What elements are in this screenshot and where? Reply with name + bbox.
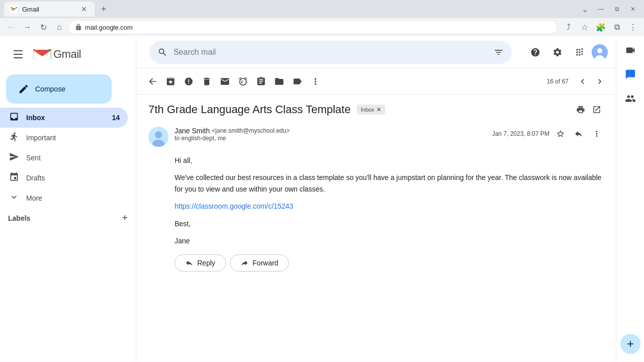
back-to-inbox-button[interactable] (144, 73, 160, 89)
open-in-new-button[interactable] (590, 103, 604, 117)
search-icon (157, 47, 168, 57)
reply-button-header[interactable] (572, 127, 586, 141)
search-filter-icon[interactable] (494, 47, 504, 57)
sender-name: Jane Smith (175, 127, 210, 135)
refresh-button[interactable]: ↻ (36, 20, 50, 34)
search-input[interactable] (174, 48, 488, 57)
tab-dropdown-icon[interactable]: ⌄ (578, 2, 592, 16)
mark-unread-button[interactable] (217, 73, 233, 89)
pagination-nav (575, 73, 608, 89)
email-message: Jane Smith <jane.smith@myschool.edu> to … (148, 127, 604, 246)
back-button[interactable]: ← (4, 20, 18, 34)
pagination-info: 16 of 67 (547, 78, 569, 85)
sidebar-nav: Inbox 14 Important Sent (0, 108, 136, 208)
sidebar-item-more-label: More (26, 194, 120, 202)
labels-add-button[interactable]: + (122, 212, 128, 224)
email-body: Hi all, We've collected our best resourc… (148, 155, 604, 246)
inbox-badge-text: Inbox (361, 107, 374, 113)
gmail-top-bar (136, 36, 616, 68)
reply-button[interactable]: Reply (175, 254, 226, 272)
email-thread: 7th Grade Language Arts Class Template I… (136, 95, 616, 362)
more-expand-icon (8, 192, 20, 205)
more-actions-button[interactable] (307, 73, 324, 89)
browser-menu-icon[interactable]: ⋮ (626, 20, 640, 34)
gmail-logo: Gmail (33, 48, 81, 61)
sender-info: Jane Smith <jane.smith@myschool.edu> to … (175, 127, 486, 142)
help-button[interactable] (525, 42, 545, 62)
compose-button[interactable]: Compose (6, 74, 112, 104)
sidebar-item-drafts-label: Drafts (26, 174, 102, 182)
next-email-button[interactable] (592, 73, 608, 89)
email-sign-off: Best, (175, 218, 604, 229)
print-button[interactable] (574, 103, 588, 117)
star-button[interactable] (553, 127, 568, 141)
email-greeting: Hi all, (175, 155, 604, 166)
archive-button[interactable] (163, 73, 179, 89)
svg-point-6 (597, 48, 602, 53)
close-window-button[interactable]: ✕ (626, 2, 640, 16)
forward-icon (240, 259, 249, 267)
email-paragraph: We've collected our best resources in a … (175, 172, 604, 195)
email-date: Jan 7, 2023, 8:07 PM (492, 130, 549, 137)
label-button[interactable] (289, 73, 305, 89)
gmail-logo-text: Gmail (53, 48, 81, 61)
active-tab[interactable]: M Gmail ✕ (4, 2, 95, 17)
settings-button[interactable] (547, 42, 568, 62)
drafts-icon (8, 172, 20, 185)
more-email-options-button[interactable] (590, 127, 604, 141)
restore-button[interactable]: ⧉ (610, 2, 624, 16)
email-subject-row: 7th Grade Language Arts Class Template I… (148, 103, 604, 117)
svg-text:M: M (12, 8, 15, 11)
gmail-logo-icon (33, 48, 51, 61)
email-meta: Jan 7, 2023, 8:07 PM (492, 127, 604, 141)
hamburger-menu-button[interactable] (8, 44, 28, 64)
sender-email: <jane.smith@myschool.edu> (212, 127, 290, 134)
bookmark-icon[interactable]: ☆ (578, 20, 592, 34)
forward-button[interactable]: Forward (230, 254, 289, 272)
gmail-favicon-icon: M (10, 5, 18, 13)
minimize-button[interactable]: — (594, 2, 608, 16)
top-actions (525, 42, 608, 62)
email-subject: 7th Grade Language Arts Class Template (148, 103, 351, 116)
tab-close-button[interactable]: ✕ (79, 5, 89, 14)
email-sender-name: Jane (175, 235, 604, 246)
inbox-icon (8, 112, 20, 124)
new-chat-fab[interactable] (620, 334, 640, 354)
sender-avatar (148, 127, 169, 147)
home-button[interactable]: ⌂ (52, 20, 66, 34)
inbox-badge-count: 14 (108, 114, 120, 122)
user-avatar[interactable] (592, 44, 608, 60)
spaces-button[interactable] (620, 88, 640, 109)
important-icon (8, 132, 20, 144)
forward-button[interactable]: → (20, 20, 34, 34)
forward-label: Forward (253, 259, 278, 267)
sidebar-item-inbox-label: Inbox (26, 114, 102, 122)
chat-button[interactable] (620, 64, 640, 84)
prev-email-button[interactable] (575, 73, 591, 89)
email-header: Jane Smith <jane.smith@myschool.edu> to … (148, 127, 604, 147)
email-toolbar: 16 of 67 (136, 68, 616, 95)
report-spam-button[interactable] (181, 73, 197, 89)
delete-button[interactable] (199, 73, 215, 89)
move-to-button[interactable] (271, 73, 287, 89)
email-link[interactable]: https://classroom.google.com/c/15243 (175, 202, 293, 210)
inbox-badge-remove-button[interactable]: ✕ (376, 106, 381, 113)
meet-button[interactable] (620, 40, 640, 60)
sidebar-item-drafts[interactable]: Drafts (0, 168, 128, 188)
tab-title: Gmail (22, 6, 75, 13)
google-apps-button[interactable] (570, 42, 590, 62)
sidebar-item-important[interactable]: Important (0, 128, 128, 148)
sidebar-item-inbox[interactable]: Inbox 14 (0, 108, 128, 128)
snooze-button[interactable] (235, 73, 251, 89)
sidebar-toggle-icon[interactable]: ⧉ (610, 20, 624, 34)
task-button[interactable] (253, 73, 269, 89)
sidebar-item-sent[interactable]: Sent (0, 148, 128, 168)
reply-icon (185, 259, 193, 267)
address-bar[interactable]: mail.google.com (68, 20, 557, 34)
search-bar[interactable] (149, 41, 512, 64)
sidebar-item-more[interactable]: More (0, 188, 128, 208)
share-icon[interactable]: ⤴ (561, 20, 576, 34)
new-tab-button[interactable]: + (97, 2, 111, 16)
lock-icon (75, 24, 82, 31)
extensions-icon[interactable]: 🧩 (594, 20, 608, 34)
